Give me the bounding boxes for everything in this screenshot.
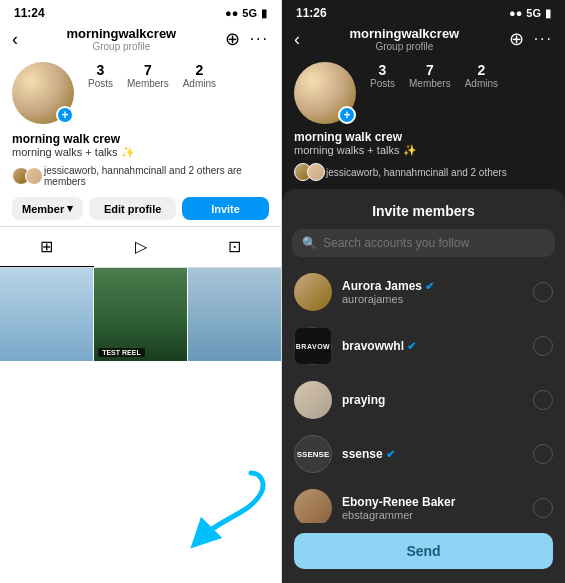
select-radio-aurora[interactable] xyxy=(533,282,553,302)
verified-icon-ssense: ✔ xyxy=(386,448,395,461)
network-label: 5G xyxy=(242,7,257,19)
account-item-aurora: Aurora James ✔ aurorajames xyxy=(282,265,565,319)
account-avatar-praying xyxy=(294,381,332,419)
right-stat-admins: 2 Admins xyxy=(465,62,498,89)
left-header-icons: ⊕ ··· xyxy=(225,28,269,50)
account-info-bravow: bravowwhl ✔ xyxy=(342,339,523,353)
select-radio-ssense[interactable] xyxy=(533,444,553,464)
left-header: ‹ morningwalkcrew Group profile ⊕ ··· xyxy=(0,24,281,56)
tab-video[interactable]: ▷ xyxy=(94,227,188,267)
grid-cell-1 xyxy=(0,268,93,361)
right-stat-posts: 3 Posts xyxy=(370,62,395,89)
send-button-wrap: Send xyxy=(282,523,565,583)
member-avatars xyxy=(12,167,38,185)
stat-admins: 2 Admins xyxy=(183,62,216,89)
right-profile-desc: morning walks + talks ✨ xyxy=(294,144,553,157)
members-text: jessicaworb, hannahmcinall and 2 others … xyxy=(44,165,269,187)
avatar-add-icon[interactable]: + xyxy=(56,106,74,124)
left-profile-info: morning walk crew morning walks + talks … xyxy=(0,128,281,161)
account-item-bravow: BRAVOW bravowwhl ✔ xyxy=(282,319,565,373)
right-more-options-icon[interactable]: ··· xyxy=(534,30,553,48)
left-members-row: jessicaworb, hannahmcinall and 2 others … xyxy=(0,161,281,191)
right-profile-info: morning walk crew morning walks + talks … xyxy=(282,128,565,159)
right-add-icon[interactable]: ⊕ xyxy=(509,28,524,50)
account-item-praying: praying xyxy=(282,373,565,427)
signal-icon: ●● xyxy=(225,7,238,19)
right-avatar: + xyxy=(294,62,356,124)
right-profile-title: morningwalkcrew xyxy=(349,26,459,41)
left-profile-subtitle: Group profile xyxy=(92,41,150,52)
left-profile-desc: morning walks + talks ✨ xyxy=(12,146,269,159)
left-status-icons: ●● 5G ▮ xyxy=(225,7,267,20)
stat-posts: 3 Posts xyxy=(88,62,113,89)
ssense-logo: SSENSE xyxy=(297,450,329,459)
tab-tag[interactable]: ⊡ xyxy=(187,227,281,267)
right-status-icons: ●● 5G ▮ xyxy=(509,7,551,20)
account-name-ssense: ssense ✔ xyxy=(342,447,523,461)
left-action-buttons: Member ▾ Edit profile Invite xyxy=(0,191,281,226)
account-name-ebony: Ebony-Renee Baker xyxy=(342,495,523,509)
accounts-list: Aurora James ✔ aurorajames BRAVOW bravow… xyxy=(282,265,565,523)
account-info-aurora: Aurora James ✔ aurorajames xyxy=(342,279,523,305)
back-button[interactable]: ‹ xyxy=(12,29,18,50)
right-mini-avatar-2 xyxy=(307,163,325,181)
stat-members: 7 Members xyxy=(127,62,169,89)
right-profile-section: + 3 Posts 7 Members 2 Admins xyxy=(282,56,565,128)
account-info-ebony: Ebony-Renee Baker ebstagrammer xyxy=(342,495,523,521)
tab-grid[interactable]: ⊞ xyxy=(0,227,94,267)
right-status-bar: 11:26 ●● 5G ▮ xyxy=(282,0,565,24)
battery-icon: ▮ xyxy=(261,7,267,20)
mini-avatar-2 xyxy=(25,167,43,185)
chevron-down-icon: ▾ xyxy=(67,202,73,215)
account-name-aurora: Aurora James ✔ xyxy=(342,279,523,293)
select-radio-praying[interactable] xyxy=(533,390,553,410)
right-avatar-add-icon[interactable]: + xyxy=(338,106,356,124)
bravow-logo: BRAVOW xyxy=(295,328,331,364)
left-profile-name: morning walk crew xyxy=(12,132,269,146)
account-handle-ebony: ebstagrammer xyxy=(342,509,523,521)
edit-profile-button[interactable]: Edit profile xyxy=(89,197,176,220)
grid-cell-2: TEST REEL xyxy=(94,268,187,361)
search-bar[interactable]: 🔍 xyxy=(292,229,555,257)
right-member-avatars xyxy=(294,163,320,181)
account-info-praying: praying xyxy=(342,393,523,407)
stats-row: 3 Posts 7 Members 2 Admins xyxy=(88,62,216,89)
right-stats-row: 3 Posts 7 Members 2 Admins xyxy=(370,62,498,89)
grid-cell-3 xyxy=(188,268,281,361)
search-input[interactable] xyxy=(323,236,545,250)
invite-panel-title: Invite members xyxy=(282,189,565,229)
tag-icon: ⊡ xyxy=(228,237,241,256)
account-item-ssense: SSENSE ssense ✔ xyxy=(282,427,565,481)
right-stat-members: 7 Members xyxy=(409,62,451,89)
right-profile-subtitle: Group profile xyxy=(375,41,433,52)
right-back-button[interactable]: ‹ xyxy=(294,29,300,50)
right-header: ‹ morningwalkcrew Group profile ⊕ ··· xyxy=(282,24,565,56)
right-members-row: jessicaworb, hannahmcinall and 2 others xyxy=(282,159,565,185)
add-icon[interactable]: ⊕ xyxy=(225,28,240,50)
select-radio-bravow[interactable] xyxy=(533,336,553,356)
account-avatar-aurora xyxy=(294,273,332,311)
right-panel: 11:26 ●● 5G ▮ ‹ morningwalkcrew Group pr… xyxy=(282,0,565,583)
avatar: + xyxy=(12,62,74,124)
send-button[interactable]: Send xyxy=(294,533,553,569)
invite-panel: Invite members 🔍 Aurora James ✔ auroraja… xyxy=(282,189,565,583)
account-avatar-bravow: BRAVOW xyxy=(294,327,332,365)
left-profile-section: + 3 Posts 7 Members 2 Admins xyxy=(0,56,281,128)
account-handle-aurora: aurorajames xyxy=(342,293,523,305)
account-avatar-ssense: SSENSE xyxy=(294,435,332,473)
right-header-icons: ⊕ ··· xyxy=(509,28,553,50)
invite-button[interactable]: Invite xyxy=(182,197,269,220)
right-header-center: morningwalkcrew Group profile xyxy=(349,26,459,52)
reel-badge: TEST REEL xyxy=(98,348,145,357)
search-icon: 🔍 xyxy=(302,236,317,250)
right-profile-name: morning walk crew xyxy=(294,130,553,144)
verified-icon-bravow: ✔ xyxy=(407,340,416,353)
account-name-bravow: bravowwhl ✔ xyxy=(342,339,523,353)
select-radio-ebony[interactable] xyxy=(533,498,553,518)
member-button[interactable]: Member ▾ xyxy=(12,197,83,220)
more-options-icon[interactable]: ··· xyxy=(250,30,269,48)
grid-icon: ⊞ xyxy=(40,237,53,256)
right-members-text: jessicaworb, hannahmcinall and 2 others xyxy=(326,167,507,178)
left-panel: 11:24 ●● 5G ▮ ‹ morningwalkcrew Group pr… xyxy=(0,0,282,583)
left-status-bar: 11:24 ●● 5G ▮ xyxy=(0,0,281,24)
